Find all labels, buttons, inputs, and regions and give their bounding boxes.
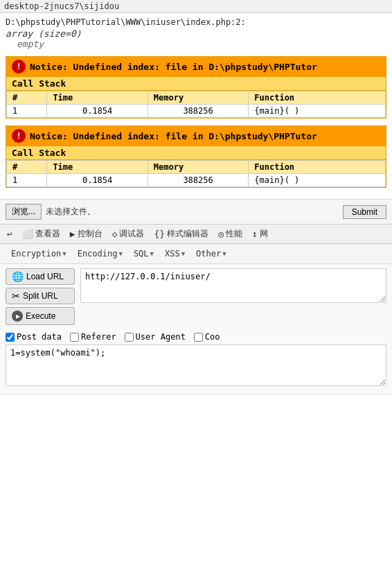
- col-hash-2: #: [7, 161, 47, 174]
- url-input-area: http://127.0.0.1/iniuser/: [80, 268, 386, 325]
- col-function-2: Function: [249, 161, 386, 174]
- col-memory-2: Memory: [148, 161, 248, 174]
- load-url-icon: 🌐: [12, 271, 24, 282]
- load-url-label: Load URL: [26, 272, 64, 281]
- devtools-tab-debugger[interactable]: ◇ 调试器: [108, 226, 149, 242]
- cell-memory: 388256: [148, 105, 248, 118]
- devtools-tab-back[interactable]: ↩: [3, 227, 17, 241]
- call-stack-table-1: # Time Memory Function 1 0.1854 388256 {…: [6, 91, 386, 118]
- post-data-textarea[interactable]: 1=system("whoami");: [6, 344, 386, 386]
- cookie-label: Coo: [205, 332, 220, 342]
- encoding-arrow: ▼: [118, 250, 122, 257]
- devtools-tab-style-editor[interactable]: {} 样式编辑器: [150, 226, 213, 242]
- table-row: 1 0.1854 388256 {main}( ): [7, 174, 386, 187]
- load-url-button[interactable]: 🌐 Load URL: [6, 268, 75, 285]
- devtools-toolbar: ↩ ⬜ 查看器 ▶ 控制台 ◇ 调试器 {} 样式编辑器 ◎ 性能 ↕ 网: [0, 224, 392, 244]
- cookie-checkbox-item[interactable]: Coo: [194, 332, 220, 342]
- style-editor-label: 样式编辑器: [167, 228, 208, 240]
- file-upload-row: 浏览... 未选择文件。 Submit: [0, 199, 392, 224]
- notice-header-1: ! Notice: Undefined index: file in D:\ph…: [6, 57, 386, 76]
- hackbar-menu: Encryption ▼ Encoding ▼ SQL ▼ XSS ▼ Othe…: [0, 244, 392, 264]
- notice-block-1: ! Notice: Undefined index: file in D:\ph…: [6, 56, 386, 119]
- devtools-tab-console[interactable]: ▶ 控制台: [66, 226, 107, 242]
- user-agent-label: User Agent: [136, 332, 186, 342]
- execute-button[interactable]: Execute: [6, 307, 75, 325]
- col-function-1: Function: [249, 91, 386, 105]
- other-arrow: ▼: [222, 250, 226, 257]
- style-editor-icon: {}: [154, 229, 165, 239]
- main-content: D:\phpstudy\PHPTutorial\WWW\iniuser\inde…: [0, 13, 392, 199]
- top-bar: desktop-2jnucs7\sijidou: [0, 0, 392, 13]
- hackbar-main: 🌐 Load URL ✂ Split URL Execute http://12…: [0, 264, 392, 329]
- menu-other[interactable]: Other ▼: [190, 247, 232, 261]
- back-icon: ↩: [7, 229, 12, 239]
- devtools-tab-inspector[interactable]: ⬜ 查看器: [18, 226, 64, 242]
- col-hash-1: #: [7, 91, 47, 105]
- post-data-checkbox-item[interactable]: Post data: [6, 332, 62, 342]
- user-agent-checkbox[interactable]: [125, 333, 134, 342]
- post-data-checkbox[interactable]: [6, 333, 15, 342]
- referer-label: Referer: [81, 332, 116, 342]
- browse-button[interactable]: 浏览...: [6, 204, 42, 220]
- url-input[interactable]: http://127.0.0.1/iniuser/: [80, 268, 386, 303]
- network-label: 网: [260, 228, 268, 240]
- debugger-label: 调试器: [119, 228, 144, 240]
- hackbar: Encryption ▼ Encoding ▼ SQL ▼ XSS ▼ Othe…: [0, 244, 392, 394]
- col-memory-1: Memory: [148, 91, 248, 105]
- xss-label: XSS: [165, 249, 180, 259]
- sql-arrow: ▼: [150, 250, 154, 257]
- submit-button[interactable]: Submit: [343, 205, 386, 219]
- array-line: array (size=0): [6, 28, 386, 39]
- user-agent-checkbox-item[interactable]: User Agent: [125, 332, 186, 342]
- call-stack-header-1: Call Stack: [6, 76, 386, 91]
- encryption-arrow: ▼: [62, 250, 66, 257]
- notice-title-2: Notice: Undefined index: file in D:\phps…: [30, 131, 317, 141]
- notice-header-2: ! Notice: Undefined index: file in D:\ph…: [6, 126, 386, 146]
- split-url-icon: ✂: [12, 290, 20, 302]
- file-path: D:\phpstudy\PHPTutorial\WWW\iniuser\inde…: [6, 17, 386, 27]
- table-row: 1 0.1854 388256 {main}( ): [7, 105, 386, 118]
- cell-time: 0.1854: [47, 174, 148, 187]
- hackbar-buttons: 🌐 Load URL ✂ Split URL Execute: [6, 268, 75, 325]
- notice-title-1: Notice: Undefined index: file in D:\phps…: [30, 62, 317, 72]
- sql-label: SQL: [134, 249, 149, 259]
- network-icon: ↕: [252, 229, 258, 239]
- cell-function: {main}( ): [249, 105, 386, 118]
- performance-icon: ◎: [218, 229, 224, 239]
- notice-icon-1: !: [12, 60, 26, 73]
- split-url-label: Split URL: [23, 291, 58, 301]
- notice-block-2: ! Notice: Undefined index: file in D:\ph…: [6, 125, 386, 188]
- console-icon: ▶: [70, 229, 75, 239]
- cookie-checkbox[interactable]: [194, 333, 203, 342]
- encryption-label: Encryption: [11, 249, 61, 259]
- no-file-label: 未选择文件。: [46, 206, 96, 218]
- xss-arrow: ▼: [181, 250, 185, 257]
- checkboxes-row: Post data Referer User Agent Coo: [0, 329, 392, 344]
- col-time-1: Time: [47, 91, 148, 105]
- cell-num: 1: [7, 174, 47, 187]
- inspector-label: 查看器: [35, 228, 60, 240]
- hostname: desktop-2jnucs7\sijidou: [4, 1, 119, 11]
- menu-xss[interactable]: XSS ▼: [159, 247, 190, 261]
- performance-label: 性能: [226, 228, 242, 240]
- debugger-icon: ◇: [112, 229, 118, 239]
- execute-label: Execute: [26, 311, 55, 321]
- other-label: Other: [196, 249, 221, 259]
- post-data-label: Post data: [17, 332, 62, 342]
- devtools-tab-performance[interactable]: ◎ 性能: [214, 226, 247, 242]
- menu-encryption[interactable]: Encryption ▼: [6, 247, 72, 261]
- call-stack-table-2: # Time Memory Function 1 0.1854 388256 {…: [6, 160, 386, 187]
- cell-num: 1: [7, 105, 47, 118]
- call-stack-header-2: Call Stack: [6, 146, 386, 160]
- cell-time: 0.1854: [47, 105, 148, 118]
- referer-checkbox[interactable]: [70, 333, 79, 342]
- notice-icon-2: !: [12, 129, 26, 143]
- encoding-label: Encoding: [78, 249, 118, 259]
- referer-checkbox-item[interactable]: Referer: [70, 332, 116, 342]
- menu-encoding[interactable]: Encoding ▼: [72, 247, 128, 261]
- menu-sql[interactable]: SQL ▼: [128, 247, 159, 261]
- split-url-button[interactable]: ✂ Split URL: [6, 288, 75, 304]
- inspector-icon: ⬜: [22, 229, 33, 239]
- devtools-tab-network[interactable]: ↕ 网: [248, 226, 272, 242]
- execute-icon: [12, 311, 23, 322]
